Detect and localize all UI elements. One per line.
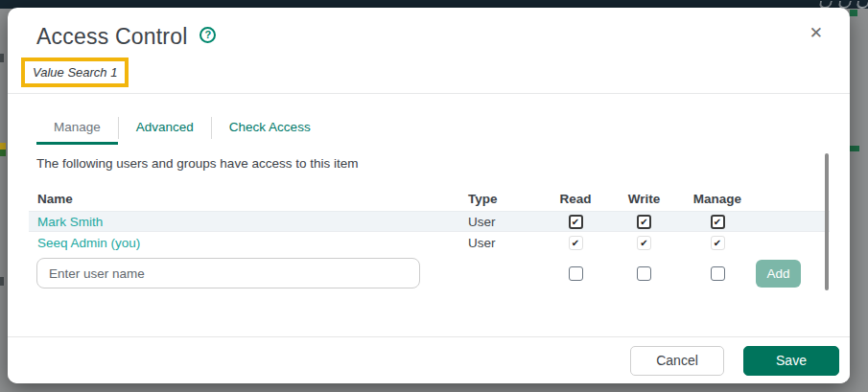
backdrop-artifact: [850, 146, 859, 151]
tab-manage[interactable]: Manage: [36, 115, 118, 145]
access-control-modal: ✕ Access Control ? Value Search 1 Manage…: [8, 8, 850, 383]
col-header-write: Write: [609, 192, 679, 206]
write-checkbox[interactable]: [637, 266, 651, 281]
help-icon[interactable]: ?: [199, 27, 216, 43]
table-header-row: Name Type Read Write Manage: [29, 187, 830, 210]
permissions-table: Name Type Read Write Manage Mark Smith U…: [29, 187, 830, 289]
add-button[interactable]: Add: [756, 260, 801, 288]
scrollbar[interactable]: [825, 153, 829, 290]
backdrop-artifact: [0, 277, 4, 286]
item-name-highlight: Value Search 1: [21, 58, 129, 87]
access-description: The following users and groups have acce…: [36, 156, 358, 171]
user-link[interactable]: Seeq Admin (you): [37, 236, 140, 250]
col-header-manage: Manage: [679, 192, 756, 206]
close-icon[interactable]: ✕: [809, 23, 823, 42]
manage-checkbox[interactable]: [711, 266, 725, 281]
read-checkbox[interactable]: [569, 266, 583, 281]
user-type: User: [468, 236, 542, 250]
tab-check-access[interactable]: Check Access: [212, 115, 328, 145]
modal-footer: Cancel Save: [8, 336, 850, 383]
topbar-artifact-icon: [856, 1, 868, 9]
user-name-input[interactable]: [36, 258, 420, 288]
col-header-name: Name: [29, 192, 468, 206]
cancel-button[interactable]: Cancel: [630, 346, 724, 376]
read-checkbox[interactable]: ✔: [569, 215, 583, 229]
tab-bar: Manage Advanced Check Access: [36, 115, 328, 145]
write-checkbox: ✔: [637, 236, 651, 250]
table-row: Mark Smith User ✔ ✔ ✔: [29, 211, 830, 232]
manage-checkbox[interactable]: ✔: [711, 215, 725, 229]
divider: [8, 93, 850, 94]
col-header-type: Type: [468, 192, 542, 206]
table-row: Seeq Admin (you) User ✔ ✔ ✔: [29, 232, 830, 253]
backdrop-artifact: [0, 143, 6, 150]
modal-header: Access Control ?: [36, 24, 216, 50]
user-link[interactable]: Mark Smith: [37, 215, 103, 229]
manage-checkbox: ✔: [711, 236, 725, 250]
backdrop-artifact: [0, 150, 6, 156]
write-checkbox[interactable]: ✔: [637, 215, 651, 229]
backdrop-artifact: [850, 10, 857, 16]
tab-advanced[interactable]: Advanced: [119, 115, 211, 145]
col-header-read: Read: [542, 192, 609, 206]
read-checkbox: ✔: [569, 236, 583, 250]
page-title: Access Control: [36, 24, 187, 50]
user-type: User: [468, 215, 542, 229]
backdrop-artifact: [0, 54, 4, 62]
item-name: Value Search 1: [33, 65, 117, 80]
save-button[interactable]: Save: [743, 346, 839, 376]
add-user-row: Add: [29, 257, 830, 289]
